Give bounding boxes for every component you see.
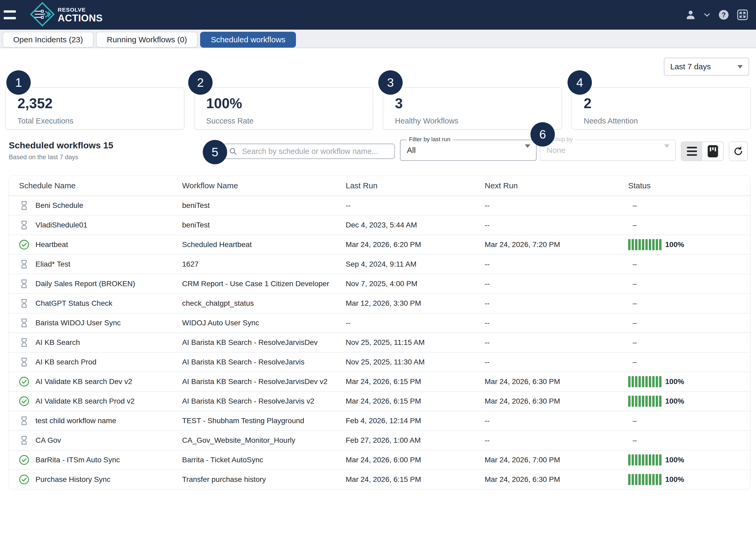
table-row[interactable]: CA GovCA_Gov_Website_Monitor_HourlyFeb 2… bbox=[9, 431, 750, 450]
status-empty-dash: – bbox=[633, 260, 637, 269]
status-bars bbox=[628, 376, 661, 387]
status-cell: 100% bbox=[628, 239, 684, 250]
table-row[interactable]: AI KB search ProdAI Barista KB Search - … bbox=[9, 352, 750, 372]
user-icon[interactable] bbox=[685, 9, 696, 20]
stat-card-total-executions: 2,352Total Executions bbox=[5, 87, 185, 130]
tab-scheduled-workflows[interactable]: Scheduled workflows bbox=[200, 32, 296, 48]
tab-bar: Open Incidents (23)Running Workflows (0)… bbox=[0, 30, 756, 48]
status-bars bbox=[628, 474, 661, 485]
table-row[interactable]: Eliad* Test1627Sep 4, 2024, 9:11 AM--– bbox=[9, 255, 750, 274]
schedule-name-cell: Daily Sales Report (BROKEN) bbox=[35, 279, 135, 288]
help-icon[interactable]: ? bbox=[718, 9, 730, 21]
stat-value: 2,352 bbox=[17, 95, 184, 111]
last-run-cell: Feb 4, 2026, 12:14 PM bbox=[346, 416, 421, 425]
tabs: Open Incidents (23)Running Workflows (0)… bbox=[3, 32, 296, 48]
table-row[interactable]: Barista WIDOJ User SyncWIDOJ Auto User S… bbox=[9, 313, 750, 333]
check-circle-icon bbox=[19, 454, 30, 465]
view-toggle bbox=[681, 142, 724, 161]
header-actions: ? bbox=[685, 0, 749, 30]
search-box bbox=[223, 144, 395, 159]
workflow-name-cell: Scheduled Heartbeat bbox=[182, 241, 252, 249]
status-cell: 100% bbox=[628, 474, 684, 485]
table-row[interactable]: Daily Sales Report (BROKEN)CRM Report - … bbox=[9, 274, 750, 294]
workflow-name-cell: beniTest bbox=[182, 221, 210, 229]
last-run-cell: Nov 25, 2025, 11:30 AM bbox=[346, 358, 425, 366]
scheduled-workflows-table: Schedule Name Workflow Name Last Run Nex… bbox=[9, 176, 750, 489]
scheduled-workflows-page: { "header": { "logo_line1": "RESOLVE", "… bbox=[0, 0, 756, 548]
schedule-name-cell: AI Validate KB search Dev v2 bbox=[35, 377, 132, 386]
status-empty-dash: – bbox=[633, 416, 637, 425]
status-cell: 100% bbox=[628, 396, 684, 407]
fullscreen-icon[interactable] bbox=[736, 9, 749, 21]
search-input[interactable] bbox=[241, 147, 389, 156]
stat-card-healthy-workflows: 3Healthy Workflows bbox=[383, 87, 562, 130]
column-status: Status bbox=[628, 181, 651, 190]
workflow-name-cell: AI Barista KB Search - ResolveJarvis bbox=[182, 358, 304, 366]
next-run-cell: Mar 24, 2026, 7:00 PM bbox=[485, 456, 560, 464]
column-next-run: Next Run bbox=[485, 181, 518, 190]
table-header: Schedule Name Workflow Name Last Run Nex… bbox=[9, 176, 750, 196]
kanban-icon bbox=[708, 145, 718, 157]
stat-label: Success Rate bbox=[206, 117, 373, 125]
schedule-name-cell: test child workflow name bbox=[35, 416, 116, 425]
section-subtitle: Based on the last 7 days bbox=[9, 153, 78, 161]
schedule-name-cell: ChatGPT Status Check bbox=[35, 299, 113, 307]
status-empty-dash: – bbox=[633, 299, 637, 307]
list-view-button[interactable] bbox=[681, 142, 702, 161]
next-run-cell: -- bbox=[485, 416, 490, 425]
table-row[interactable]: Beni SchedulebeniTest----– bbox=[9, 196, 750, 216]
status-bars bbox=[628, 454, 661, 465]
next-run-cell: -- bbox=[485, 279, 490, 288]
annotation-badge-2: 2 bbox=[188, 70, 213, 95]
tab-open-incidents-23-[interactable]: Open Incidents (23) bbox=[3, 32, 93, 48]
filter-by-last-run-select[interactable]: Filter by last run All bbox=[400, 140, 537, 161]
time-range-select[interactable]: Last 7 days bbox=[664, 58, 749, 76]
stat-cards: 2,352Total Executions100%Success Rate3He… bbox=[5, 87, 751, 130]
tab-running-workflows-0-[interactable]: Running Workflows (0) bbox=[96, 32, 197, 48]
next-run-cell: Mar 24, 2026, 6:30 PM bbox=[485, 397, 560, 405]
hourglass-icon bbox=[19, 278, 30, 289]
hourglass-icon bbox=[19, 220, 30, 231]
refresh-icon bbox=[733, 146, 744, 157]
next-run-cell: -- bbox=[485, 201, 490, 210]
table-row[interactable]: ChatGPT Status Checkcheck_chatgpt_status… bbox=[9, 294, 750, 313]
table-row[interactable]: BarRita - ITSm Auto SyncBarrita - Ticket… bbox=[9, 450, 750, 470]
last-run-cell: Feb 27, 2026, 1:00 AM bbox=[346, 436, 421, 445]
kanban-view-button[interactable] bbox=[702, 142, 723, 161]
workflow-name-cell: TEST - Shubham Testing Playground bbox=[182, 416, 304, 425]
section-title: Scheduled workflows 15 bbox=[9, 140, 113, 151]
workflow-name-cell: AI Barista KB Search - ResolveJarvisDev … bbox=[182, 377, 327, 386]
status-empty-dash: – bbox=[633, 358, 637, 366]
hourglass-icon bbox=[19, 298, 30, 309]
table-row[interactable]: Purchase History SyncTransfer purchase h… bbox=[9, 470, 750, 489]
last-run-cell: Dec 4, 2023, 5:44 AM bbox=[346, 221, 417, 229]
table-row[interactable]: AI Validate KB search Dev v2AI Barista K… bbox=[9, 372, 750, 392]
workflow-name-cell: AI Barista KB Search - ResolveJarvis v2 bbox=[182, 397, 314, 405]
chevron-down-icon[interactable] bbox=[703, 11, 711, 19]
table-row[interactable]: AI Validate KB search Prod v2AI Barista … bbox=[9, 392, 750, 411]
schedule-name-cell: AI KB Search bbox=[35, 338, 80, 347]
workflow-name-cell: Transfer purchase history bbox=[182, 475, 266, 484]
schedule-name-cell: Beni Schedule bbox=[35, 201, 83, 210]
next-run-cell: -- bbox=[485, 260, 490, 269]
logo-text: RESOLVE ACTIONS bbox=[58, 7, 103, 23]
last-run-cell: Mar 24, 2026, 6:00 PM bbox=[346, 456, 421, 464]
check-circle-icon bbox=[19, 376, 30, 387]
refresh-button[interactable] bbox=[729, 142, 748, 161]
group-by-select[interactable]: Group by None bbox=[540, 140, 676, 161]
schedule-name-cell: AI KB search Prod bbox=[35, 358, 96, 366]
list-icon bbox=[687, 147, 697, 156]
status-empty-dash: – bbox=[633, 201, 637, 210]
app-header: RESOLVE ACTIONS ? bbox=[0, 0, 756, 30]
workflow-name-cell: beniTest bbox=[182, 201, 210, 210]
workflow-name-cell: Barrita - Ticket AutoSync bbox=[182, 456, 263, 464]
table-row[interactable]: VladiShedule01beniTestDec 4, 2023, 5:44 … bbox=[9, 216, 750, 235]
stat-card-success-rate: 100%Success Rate bbox=[194, 87, 373, 130]
table-row[interactable]: test child workflow nameTEST - Shubham T… bbox=[9, 411, 750, 431]
workflow-name-cell: AI Barista KB Search - ResolveJarvisDev bbox=[182, 338, 318, 347]
table-row[interactable]: HeartbeatScheduled HeartbeatMar 24, 2026… bbox=[9, 235, 750, 255]
table-row[interactable]: AI KB SearchAI Barista KB Search - Resol… bbox=[9, 333, 750, 352]
table-body: Beni SchedulebeniTest----–VladiShedule01… bbox=[9, 196, 750, 489]
chevron-down-icon bbox=[664, 148, 669, 153]
menu-icon[interactable] bbox=[4, 10, 17, 19]
